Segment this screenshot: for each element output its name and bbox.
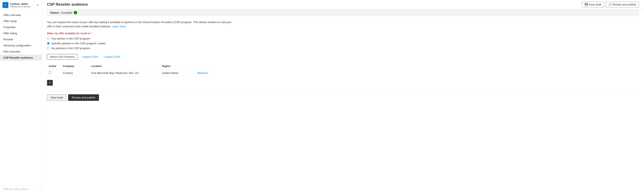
top-review-publish-button[interactable]: 📋 Review and publish — [606, 2, 639, 7]
sidebar-item-offer-setup[interactable]: Offer setup — [0, 18, 42, 24]
table-cell-location: One Microsoft Way, Redmond, WA, US — [90, 69, 160, 76]
radio-no-partners-label: No partners in the CSP program — [51, 47, 90, 50]
col-header-active: Active — [47, 63, 61, 69]
radio-any-partner-label: Any partner in the CSP program — [51, 37, 90, 40]
table-row: Contoso One Microsoft Way, Redmond, WA, … — [47, 69, 215, 76]
sidebar-item-csp-reseller-audience[interactable]: CSP Reseller audience — [0, 55, 42, 61]
row-active-checkbox[interactable] — [49, 71, 51, 74]
page-1-button[interactable]: 1 — [47, 80, 53, 86]
import-label: Import CSPs — [83, 55, 98, 58]
app-logo: C — [2, 2, 8, 8]
pagination: 1 — [47, 80, 639, 86]
learn-more-link[interactable]: Learn more — [112, 25, 126, 28]
action-row: Select CSP Partners ↑ Import CSPs ↓ Expo… — [47, 54, 639, 60]
import-icon: ↑ — [81, 55, 82, 58]
radio-group-label: Make my offer available for resell to * — [47, 32, 639, 35]
save-draft-icon: 💾 — [585, 3, 588, 6]
app-subtitle: Software as a Service — [10, 6, 30, 8]
save-draft-label: Save draft — [589, 3, 601, 6]
table-cell-company: Contoso — [61, 69, 90, 76]
sidebar-nav: Offer overview Offer setup Properties Of… — [0, 10, 42, 186]
page-title: CSP Reseller audience — [47, 2, 88, 7]
bottom-review-publish-button[interactable]: Review and publish — [68, 94, 99, 101]
radio-no-partners[interactable] — [47, 47, 50, 50]
sidebar-header: C contoso_demo Software as a Service ≡ — [0, 0, 42, 10]
bottom-save-draft-button[interactable]: Save draft — [47, 94, 66, 101]
radio-specific-partners[interactable] — [47, 42, 50, 45]
col-header-region: Region — [160, 63, 196, 69]
top-save-draft-button[interactable]: 💾 Save draft — [582, 2, 604, 7]
export-csps-button[interactable]: ↓ Export CSPs — [102, 54, 121, 59]
sidebar-collapse-button[interactable]: ≡ — [36, 3, 39, 7]
sidebar: C contoso_demo Software as a Service ≡ O… — [0, 0, 42, 192]
review-publish-icon: 📋 — [608, 3, 612, 6]
select-csp-partners-button[interactable]: Select CSP Partners — [47, 54, 77, 60]
bottom-actions: Save draft Review and publish — [47, 91, 639, 101]
sidebar-item-properties[interactable]: Properties — [0, 24, 42, 30]
table-cell-active — [47, 69, 61, 76]
table-cell-region: United States — [160, 69, 196, 76]
status-value: Complete — [61, 11, 72, 14]
table-cell-action: Remove — [196, 69, 215, 76]
offer-id: Offer ID: contoso_demo — [0, 186, 42, 192]
review-publish-label: Review and publish — [612, 3, 636, 6]
col-header-company: Company — [61, 63, 90, 69]
import-csps-button[interactable]: ↑ Import CSPs — [80, 54, 99, 59]
export-icon: ↓ — [102, 55, 104, 58]
status-complete-icon: ✓ — [74, 11, 77, 14]
main-content: CSP Reseller audience 💾 Save draft 📋 Rev… — [42, 0, 644, 192]
app-info: contoso_demo Software as a Service — [10, 3, 30, 8]
radio-option-any-partner[interactable]: Any partner in the CSP program — [47, 37, 639, 40]
top-bar-actions: 💾 Save draft 📋 Review and publish — [582, 2, 639, 7]
radio-option-no-partners[interactable]: No partners in the CSP program — [47, 47, 639, 50]
status-label: Status: — [50, 11, 60, 14]
radio-specific-partners-label: Specific partners in the CSP program I s… — [51, 42, 106, 45]
radio-any-partner[interactable] — [47, 37, 50, 40]
remove-row-button[interactable]: Remove — [198, 71, 208, 75]
required-indicator: * — [90, 32, 92, 35]
radio-option-specific-partners[interactable]: Specific partners in the CSP program I s… — [47, 42, 639, 45]
col-header-location: Location — [90, 63, 160, 69]
table-header-row: Active Company Location Region — [47, 63, 215, 69]
app-name: contoso_demo — [10, 3, 30, 6]
top-bar: CSP Reseller audience 💾 Save draft 📋 Rev… — [42, 0, 644, 9]
status-bar: Status: Complete ✓ — [47, 9, 639, 16]
sidebar-item-preview[interactable]: Preview — [0, 36, 42, 42]
col-header-action — [196, 63, 215, 69]
sidebar-item-technical-configuration[interactable]: Technical configuration — [0, 42, 42, 49]
sidebar-item-offer-overview[interactable]: Offer overview — [0, 12, 42, 18]
content-area: Status: Complete ✓ You can expand the re… — [42, 9, 644, 192]
export-label: Export CSPs — [105, 55, 120, 58]
description-text: You can expand the reach of your offer b… — [47, 20, 236, 28]
sidebar-item-plan-overview[interactable]: Plan overview — [0, 49, 42, 55]
sidebar-item-offer-listing[interactable]: Offer listing — [0, 30, 42, 36]
csp-table: Active Company Location Region Contoso O… — [47, 63, 215, 76]
